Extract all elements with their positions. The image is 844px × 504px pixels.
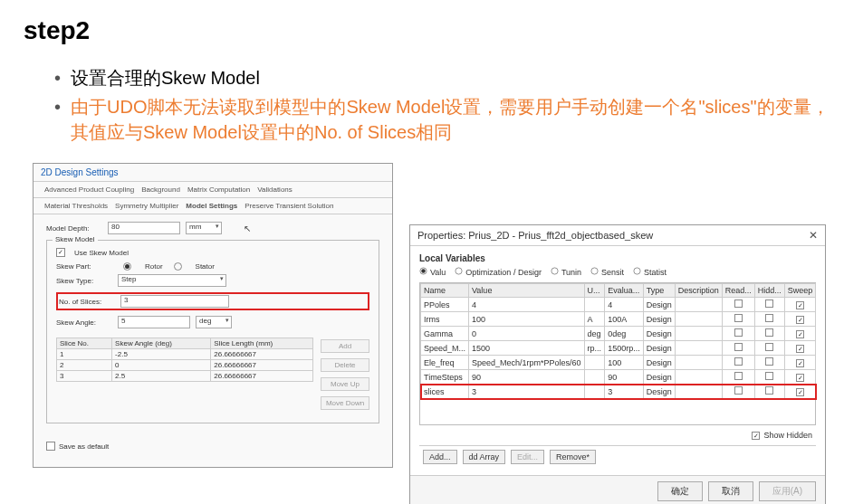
remove-var-button[interactable]: Remove* — [550, 450, 596, 464]
col-name[interactable]: Name — [421, 284, 469, 298]
stator-label: Stator — [196, 262, 215, 271]
no-slices-input[interactable]: 3 — [120, 295, 229, 308]
col-unit[interactable]: U... — [584, 284, 605, 298]
opt-radio[interactable] — [456, 267, 463, 274]
slide-title: step2 — [0, 0, 844, 45]
skew-model-group: Skew Model ✓ Use Skew Model Skew Part: R… — [46, 240, 379, 423]
tab-background[interactable]: Background — [141, 185, 180, 194]
tab-adv-coupling[interactable]: Advanced Product Coupling — [44, 185, 134, 194]
col-desc[interactable]: Description — [675, 284, 722, 298]
hidden-checkbox[interactable] — [765, 314, 773, 322]
readonly-checkbox[interactable] — [734, 314, 743, 322]
table-row[interactable]: slices33Design — [421, 385, 816, 399]
model-depth-input[interactable]: 80 — [108, 222, 180, 234]
col-hid[interactable]: Hidd... — [754, 284, 784, 298]
local-variables-label: Local Variables — [419, 253, 816, 263]
col-read[interactable]: Read... — [722, 284, 754, 298]
hidden-checkbox[interactable] — [765, 386, 773, 395]
skew-angle-label: Skew Angle: — [56, 319, 112, 327]
value-radio[interactable] — [419, 267, 427, 274]
table-row[interactable]: PPoles44Design — [421, 298, 816, 312]
edit-var-button[interactable]: Edit... — [511, 450, 544, 464]
show-hidden-label: Show Hidden — [763, 431, 812, 440]
table-row[interactable]: TimeSteps9090Design — [421, 370, 816, 385]
model-depth-unit[interactable]: mm — [186, 222, 222, 234]
sweep-checkbox[interactable] — [796, 374, 804, 382]
show-hidden-checkbox[interactable] — [752, 432, 760, 440]
skew-group-title: Skew Model — [53, 235, 98, 243]
move-down-button[interactable]: Move Down — [321, 396, 369, 410]
readonly-checkbox[interactable] — [734, 300, 743, 308]
sweep-checkbox[interactable] — [796, 301, 804, 309]
readonly-checkbox[interactable] — [734, 372, 743, 380]
bullet-list: 设置合理的Skew Model 由于UDO脚本无法读取到模型中的Skew Mod… — [0, 45, 844, 145]
table-row[interactable]: 32.526.66666667 — [57, 371, 313, 382]
variable-mode-radios: Valu Optimization / Desigr Tunin Sensit … — [419, 267, 816, 277]
hidden-checkbox[interactable] — [765, 343, 773, 351]
add-var-button[interactable]: Add... — [423, 450, 457, 464]
readonly-checkbox[interactable] — [734, 343, 743, 351]
tabs-row-1: Advanced Product Coupling Background Mat… — [34, 182, 392, 198]
save-default-checkbox[interactable] — [46, 442, 55, 451]
hidden-checkbox[interactable] — [765, 372, 773, 380]
stator-radio[interactable] — [174, 262, 182, 271]
bullet-1: 设置合理的Skew Model — [54, 65, 844, 90]
col-slice-len: Slice Length (mm) — [211, 338, 313, 349]
readonly-checkbox[interactable] — [734, 328, 743, 337]
sweep-checkbox[interactable] — [796, 359, 804, 367]
sweep-checkbox[interactable] — [796, 330, 804, 338]
use-skew-label: Use Skew Model — [74, 249, 129, 257]
close-icon[interactable]: ✕ — [809, 229, 818, 242]
cursor-icon: ↖ — [244, 223, 251, 233]
table-row[interactable]: Gamma0deg0degDesign — [421, 327, 816, 341]
tab-matrix[interactable]: Matrix Computation — [187, 185, 250, 194]
col-value[interactable]: Value — [469, 284, 585, 298]
table-row[interactable]: Speed_M...1500rp...1500rp...Design — [421, 341, 816, 356]
rotor-radio[interactable] — [123, 262, 131, 271]
use-skew-checkbox[interactable]: ✓ — [56, 248, 65, 257]
col-type[interactable]: Type — [643, 284, 675, 298]
tab-symmetry[interactable]: Symmetry Multiplier — [115, 202, 178, 210]
table-row[interactable]: Irms100A100ADesign — [421, 312, 816, 327]
model-depth-label: Model Depth: — [46, 224, 102, 233]
table-row[interactable]: 2026.66666667 — [57, 360, 313, 371]
ok-button[interactable]: 确定 — [657, 481, 703, 501]
skew-type-label: Skew Type: — [56, 277, 112, 285]
bullet-2: 由于UDO脚本无法读取到模型中的Skew Model设置，需要用户手动创建一个名… — [54, 94, 844, 145]
tab-material[interactable]: Material Thresholds — [44, 202, 108, 210]
tab-preserve[interactable]: Preserve Transient Solution — [245, 202, 333, 210]
readonly-checkbox[interactable] — [734, 386, 743, 395]
slice-table: Slice No. Skew Angle (deg) Slice Length … — [56, 338, 313, 382]
sweep-checkbox[interactable] — [796, 316, 804, 324]
no-slices-label: No. of Slices: — [59, 298, 115, 306]
skew-type-select[interactable]: Step — [118, 274, 226, 287]
add-button[interactable]: Add — [321, 339, 369, 353]
dialog-title: 2D Design Settings — [34, 164, 392, 182]
stat-radio[interactable] — [634, 267, 641, 274]
sensit-radio[interactable] — [591, 267, 599, 274]
tab-validations[interactable]: Validations — [257, 185, 293, 194]
hidden-checkbox[interactable] — [765, 328, 773, 337]
sweep-checkbox[interactable] — [796, 388, 804, 396]
properties-table: Name Value U... Evalua... Type Descripti… — [420, 283, 816, 399]
col-sweep[interactable]: Sweep — [784, 284, 816, 298]
add-array-button[interactable]: dd Array — [463, 450, 506, 464]
properties-dialog: Properties: Prius_2D - Prius_fft2d_objec… — [409, 224, 826, 504]
tab-model-settings[interactable]: Model Settings — [186, 202, 237, 210]
properties-title: Properties: Prius_2D - Prius_fft2d_objec… — [417, 230, 653, 241]
tuning-radio[interactable] — [551, 267, 558, 274]
apply-button[interactable]: 应用(A) — [759, 481, 816, 501]
skew-angle-input[interactable]: 5 — [118, 316, 190, 328]
col-eval[interactable]: Evalua... — [605, 284, 644, 298]
move-up-button[interactable]: Move Up — [321, 377, 369, 391]
cancel-button[interactable]: 取消 — [708, 481, 753, 501]
sweep-checkbox[interactable] — [796, 345, 804, 353]
table-row[interactable]: 1-2.526.66666667 — [57, 349, 313, 360]
tabs-row-2: Material Thresholds Symmetry Multiplier … — [34, 198, 392, 214]
skew-angle-unit[interactable]: deg — [196, 316, 232, 328]
table-row[interactable]: Ele_freqSpeed_Mech/1rpm*PPoles/60100Desi… — [421, 356, 816, 370]
hidden-checkbox[interactable] — [765, 357, 773, 366]
delete-button[interactable]: Delete — [321, 358, 369, 372]
readonly-checkbox[interactable] — [734, 357, 743, 366]
hidden-checkbox[interactable] — [765, 300, 773, 308]
